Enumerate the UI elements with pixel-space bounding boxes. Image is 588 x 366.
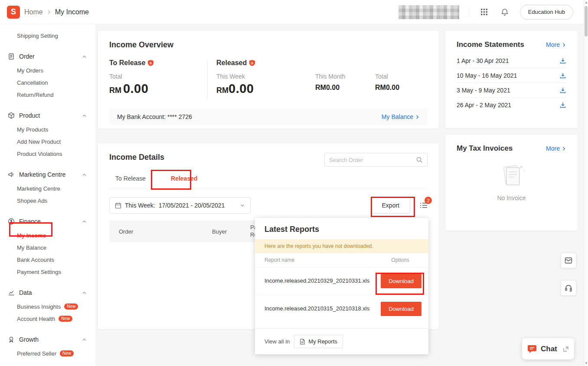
tax-invoices-more-link[interactable]: More xyxy=(546,145,566,152)
my-balance-label: My Balance xyxy=(382,113,413,120)
income-overview-title: Income Overview xyxy=(109,40,428,49)
breadcrumb-home[interactable]: Home xyxy=(24,8,43,16)
statement-row: 10 May - 16 May 2021 xyxy=(457,68,566,83)
sidebar-item-my-products[interactable]: My Products xyxy=(0,123,95,135)
tab-to-release[interactable]: To Release xyxy=(115,173,146,184)
download-icon[interactable] xyxy=(559,87,566,94)
to-release-label: To Release xyxy=(109,59,145,67)
sidebar-item-add-new-product[interactable]: Add New Product xyxy=(0,135,95,148)
order-icon xyxy=(8,53,15,60)
report-row: Income.released.20210315_20210318.xls Do… xyxy=(255,295,428,323)
column-order: Order xyxy=(119,228,212,235)
no-invoice-empty-state: No Invoice xyxy=(457,162,566,201)
sidebar-section-growth-header[interactable]: Growth xyxy=(0,334,95,345)
sidebar-item-my-orders[interactable]: My Orders xyxy=(0,64,95,76)
amount: 0.00 xyxy=(229,82,254,96)
chat-label: Chat xyxy=(541,345,557,353)
megaphone-icon xyxy=(8,171,15,178)
scrollbar-thumb[interactable] xyxy=(585,6,588,36)
svg-text:S: S xyxy=(251,61,254,65)
notification-bell-icon[interactable] xyxy=(499,7,510,18)
apps-grid-icon[interactable] xyxy=(479,7,490,17)
scroll-down-arrow[interactable]: ▼ xyxy=(584,361,588,366)
shopee-logo[interactable]: S xyxy=(7,6,20,19)
tab-released[interactable]: Released xyxy=(171,173,197,184)
sidebar-item-cancellation[interactable]: Cancellation xyxy=(0,76,95,89)
download-icon[interactable] xyxy=(559,57,566,64)
feedback-widget-button[interactable] xyxy=(561,253,576,268)
new-badge: New xyxy=(59,316,72,322)
this-week-value: RM0.00 xyxy=(216,82,315,96)
to-release-block: To Release S Total RM 0.00 xyxy=(109,59,207,99)
reports-menu-button[interactable]: 2 xyxy=(420,202,428,209)
sidebar-item-payment-settings[interactable]: Payment Settings xyxy=(0,266,95,278)
released-block: Released S This Week RM0.00 This Month R… xyxy=(216,59,428,99)
report-row: Income.released.20210329_20210331.xls Do… xyxy=(255,267,428,295)
sidebar-item-bank-accounts[interactable]: Bank Accounts xyxy=(0,254,95,266)
sidebar-section-order-header[interactable]: Order xyxy=(0,51,95,62)
chevron-right-icon xyxy=(415,115,420,119)
sidebar-item-my-income[interactable]: My Income xyxy=(0,229,95,241)
sidebar-section-label: Finance xyxy=(19,218,41,225)
expand-icon[interactable] xyxy=(563,346,569,352)
sidebar-item-marketing-centre[interactable]: Marketing Centre xyxy=(0,182,95,195)
my-reports-button[interactable]: My Reports xyxy=(294,335,343,348)
vertical-divider xyxy=(207,60,208,99)
download-report-button[interactable]: Download xyxy=(381,302,421,316)
currency: RM xyxy=(216,86,229,95)
total-label: Total xyxy=(375,73,428,80)
chevron-up-icon xyxy=(82,337,87,342)
sidebar-section-label: Order xyxy=(19,53,35,60)
breadcrumb: Home My Income xyxy=(24,8,89,16)
sidebar-item-account-health[interactable]: Account Health New xyxy=(0,313,95,325)
report-filename: Income.released.20210315_20210318.xls xyxy=(265,305,373,313)
my-balance-link[interactable]: My Balance xyxy=(382,113,420,120)
tax-invoices-title: My Tax Invoices xyxy=(457,144,513,153)
scroll-up-arrow[interactable]: ▲ xyxy=(584,0,588,5)
statement-label: 3 May - 9 May 2021 xyxy=(457,87,510,94)
sidebar-item-shipping-setting[interactable]: Shipping Setting xyxy=(0,30,95,42)
sidebar-item-return-refund[interactable]: Return/Refund xyxy=(0,89,95,101)
to-release-total-value: RM 0.00 xyxy=(109,82,207,96)
sidebar-section-product-header[interactable]: Product xyxy=(0,110,95,121)
top-header: S Home My Income Education Hub xyxy=(0,0,588,24)
search-icon[interactable] xyxy=(416,156,423,163)
search-input[interactable] xyxy=(329,157,416,163)
currency: RM xyxy=(109,86,121,95)
sidebar-item-product-violations[interactable]: Product Violations xyxy=(0,148,95,160)
breadcrumb-current: My Income xyxy=(55,8,89,16)
income-overview-card: Income Overview To Release S Total RM 0.… xyxy=(98,31,439,129)
download-report-button[interactable]: Download xyxy=(381,274,421,288)
download-icon[interactable] xyxy=(559,102,566,109)
income-statements-card: Income Statements More 1 Apr - 30 Apr 20… xyxy=(445,31,578,128)
chat-widget[interactable]: Chat xyxy=(522,338,574,359)
sidebar-item-shopee-ads[interactable]: Shopee Ads xyxy=(0,195,95,207)
sidebar-section-data: Data Business Insights New Account Healt… xyxy=(0,287,95,325)
chevron-down-icon xyxy=(240,203,245,208)
more-label: More xyxy=(546,145,560,152)
support-widget-button[interactable] xyxy=(561,280,576,296)
date-filter-range: 17/05/2021 - 20/05/2021 xyxy=(159,202,225,209)
export-button[interactable]: Export xyxy=(371,197,410,214)
download-icon[interactable] xyxy=(559,72,566,79)
date-range-select[interactable]: This Week: 17/05/2021 - 20/05/2021 xyxy=(109,197,251,214)
undownloaded-notice: Here are the reports you have not downlo… xyxy=(255,239,428,253)
empty-document-icon xyxy=(496,162,527,189)
column-report-name: Report name xyxy=(265,257,294,263)
finance-icon xyxy=(8,218,15,225)
sidebar-section-finance-header[interactable]: Finance xyxy=(0,216,95,227)
sidebar-section-marketing-header[interactable]: Marketing Centre xyxy=(0,169,95,180)
sidebar-section-data-header[interactable]: Data xyxy=(0,287,95,298)
chevron-up-icon xyxy=(82,54,87,59)
to-release-total-label: Total xyxy=(109,73,207,80)
chevron-up-icon xyxy=(82,290,87,295)
income-statements-more-link[interactable]: More xyxy=(546,41,566,48)
user-account-censored[interactable] xyxy=(399,5,459,19)
sidebar-section-marketing: Marketing Centre Marketing Centre Shopee… xyxy=(0,169,95,207)
chevron-up-icon xyxy=(82,219,87,224)
sidebar-item-my-balance[interactable]: My Balance xyxy=(0,241,95,254)
sidebar-item-business-insights[interactable]: Business Insights New xyxy=(0,300,95,313)
this-month-value: RM0.00 xyxy=(315,84,375,92)
sidebar-item-preferred-seller[interactable]: Preferred Seller New xyxy=(0,347,95,359)
education-hub-button[interactable]: Education Hub xyxy=(520,5,573,20)
